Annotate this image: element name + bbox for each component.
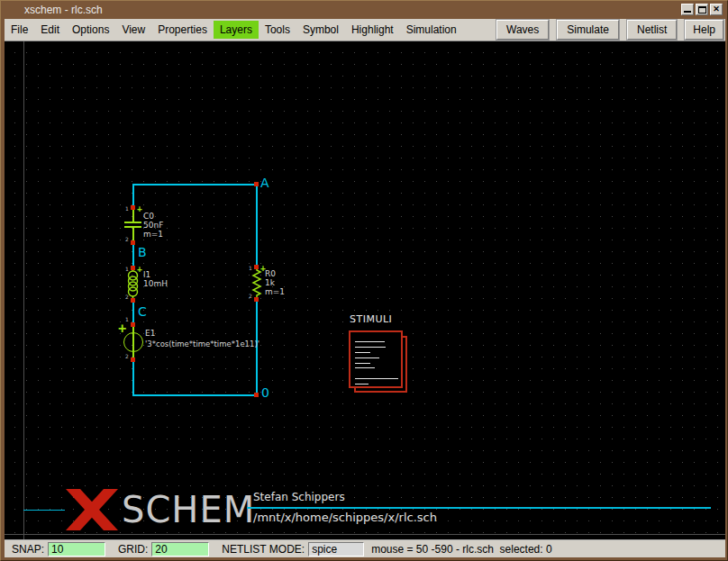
title-block-line-left	[23, 510, 65, 511]
menu-symbol[interactable]: Symbol	[296, 21, 345, 39]
help-button[interactable]: Help	[685, 20, 723, 40]
stimuli-text-line	[355, 341, 385, 342]
window-title: xschem - rlc.sch	[24, 4, 103, 16]
wire-bottom[interactable]	[132, 394, 258, 396]
resistor-pin-1	[254, 265, 259, 269]
capacitor-ref: C0	[143, 212, 154, 221]
source-pin-2	[131, 357, 135, 362]
capacitor-pinnum-2: 2	[125, 237, 129, 242]
wire-node-b[interactable]	[132, 243, 134, 267]
resistor-ref: R0	[265, 269, 276, 278]
waves-button[interactable]: Waves	[496, 20, 549, 40]
source-circle	[123, 332, 143, 352]
inductor-pin-2	[131, 298, 135, 303]
menu-tools[interactable]: Tools	[259, 21, 296, 39]
minimize-icon	[684, 11, 691, 13]
close-button[interactable]: ✕	[710, 4, 723, 15]
resistor-pinnum-1: 1	[249, 266, 252, 271]
stimuli-box	[349, 330, 403, 388]
inductor-pinnum-1: 1	[125, 267, 129, 272]
maximize-icon	[698, 6, 706, 14]
inductor-pin-1	[131, 266, 135, 270]
source-pin-1	[131, 322, 135, 327]
stimuli-text-line	[355, 347, 386, 348]
menu-view[interactable]: View	[115, 21, 151, 39]
author-text: Stefan Schippers	[253, 491, 345, 503]
simulate-button[interactable]: Simulate	[557, 20, 619, 40]
resistor-mult: m=1	[265, 287, 285, 296]
menu-layers[interactable]: Layers	[214, 21, 259, 39]
stimuli-text-line	[355, 367, 375, 368]
schematic-canvas[interactable]: A B C 0 + 1 2 C0 50nF m=1	[5, 41, 725, 539]
source-pinnum-2: 2	[125, 354, 129, 359]
stimuli-text-line	[355, 384, 369, 385]
capacitor-mult: m=1	[143, 230, 163, 239]
grid-input[interactable]	[151, 542, 209, 556]
maximize-button[interactable]	[696, 4, 708, 15]
junction-pin-ground	[254, 393, 259, 397]
menu-simulation[interactable]: Simulation	[400, 21, 463, 39]
menu-options[interactable]: Options	[66, 21, 115, 39]
source-ref: E1	[145, 329, 155, 338]
titlebar[interactable]: xschem - rlc.sch ✕	[1, 1, 727, 19]
stimuli-text-line	[355, 378, 398, 379]
drawing-boundary-vertical	[23, 41, 24, 539]
source-plus-icon: +	[118, 322, 126, 334]
title-block-underline	[247, 507, 711, 509]
junction-pin-a	[254, 182, 259, 186]
wire-left-lower[interactable]	[132, 360, 134, 396]
inductor-pinnum-2: 2	[125, 294, 129, 300]
source-value: '3*cos(time*time*time*1e11)'	[145, 339, 259, 348]
stimuli-title: STIMULI	[350, 313, 392, 325]
capacitor-plus-icon: +	[137, 206, 142, 213]
wire-node-c[interactable]	[132, 300, 134, 324]
net-label-b[interactable]: B	[138, 246, 147, 258]
netlist-mode-input[interactable]	[308, 542, 364, 556]
stimuli-text-line	[355, 352, 370, 353]
wire-right-upper[interactable]	[256, 184, 258, 267]
inductor-value: 10mH	[143, 279, 168, 288]
capacitor-pin-2	[131, 240, 135, 245]
snap-label: SNAP:	[12, 543, 44, 556]
mouse-status-text: mouse = 50 -590 - rlc.sch selected: 0	[371, 543, 551, 556]
statusbar: SNAP: GRID: NETLIST MODE: mouse = 50 -59…	[5, 539, 725, 557]
resistor-pinnum-2: 2	[249, 294, 252, 299]
drawing-boundary-horizontal	[5, 534, 725, 535]
inductor-ref: l1	[143, 270, 150, 279]
net-label-ground[interactable]: 0	[261, 386, 269, 399]
net-label-a[interactable]: A	[260, 176, 269, 189]
wire-top[interactable]	[132, 184, 258, 185]
window-controls: ✕	[681, 4, 723, 15]
menu-file[interactable]: File	[5, 21, 34, 39]
xschem-logo-x-icon	[66, 489, 118, 530]
xschem-logo-text: SCHEM	[122, 491, 255, 529]
net-label-c[interactable]: C	[138, 305, 147, 318]
file-path-text: /mnt/x/home/schippes/x/rlc.sch	[253, 511, 437, 524]
source-pinnum-1: 1	[125, 317, 129, 322]
resistor-value: 1k	[265, 278, 275, 287]
grid-label: GRID:	[118, 543, 148, 556]
stimuli-text-line	[355, 363, 370, 364]
capacitor-pin-1	[131, 205, 135, 210]
capacitor-value: 50nF	[143, 221, 163, 230]
snap-input[interactable]	[48, 542, 105, 556]
xschem-window: xschem - rlc.sch ✕ File Edit Options Vie…	[0, 0, 728, 561]
netlist-mode-label: NETLIST MODE:	[222, 543, 305, 556]
menu-highlight[interactable]: Highlight	[345, 21, 400, 39]
inductor-plus-icon: +	[137, 267, 142, 274]
menubar: File Edit Options View Properties Layers…	[5, 19, 725, 41]
minimize-button[interactable]	[681, 4, 694, 15]
netlist-button[interactable]: Netlist	[627, 20, 677, 40]
menu-properties[interactable]: Properties	[151, 21, 214, 39]
menu-edit[interactable]: Edit	[34, 21, 66, 39]
resistor-pin-2	[254, 297, 259, 302]
capacitor-pinnum-1: 1	[125, 206, 129, 212]
stimuli-text-line	[355, 357, 379, 358]
capacitor-plate-top	[124, 222, 141, 223]
close-icon: ✕	[713, 5, 720, 14]
